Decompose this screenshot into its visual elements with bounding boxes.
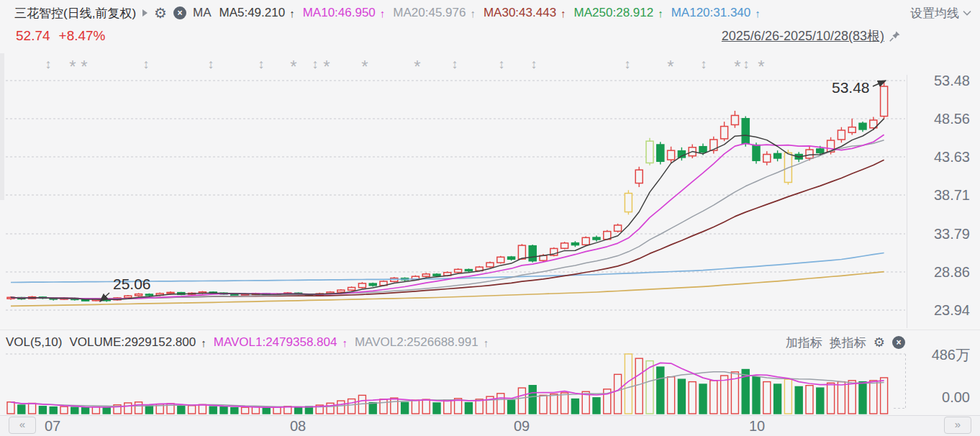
ma5-up-arrow: ↑ xyxy=(289,7,295,19)
ma10-up-arrow: ↑ xyxy=(380,7,386,19)
svg-text:*: * xyxy=(758,57,764,76)
caret-right-icon[interactable] xyxy=(142,9,148,17)
svg-text:↕: ↕ xyxy=(312,57,319,71)
month-label-09: 09 xyxy=(514,418,530,435)
scroll-right-button[interactable]: » xyxy=(944,417,971,434)
svg-text:*: * xyxy=(69,57,76,76)
symbol-title[interactable]: 三花智控(日线,前复权) xyxy=(14,5,136,22)
svg-text:↕: ↕ xyxy=(701,57,707,71)
chart-header: 三花智控(日线,前复权) ⚙ × MA MA5:49.210 ↑ MA10:46… xyxy=(14,3,971,23)
gear-icon[interactable]: ⚙ xyxy=(154,6,167,20)
volume-header: VOL(5,10) VOLUME:2929152.800 ↑ MAVOL1:24… xyxy=(6,334,905,351)
month-label-10: 10 xyxy=(749,418,765,435)
price-tick: 48.56 xyxy=(912,111,970,127)
ma250-up-arrow: ↑ xyxy=(658,7,663,19)
ma20-up-arrow: ↑ xyxy=(470,7,476,19)
svg-text:25.06: 25.06 xyxy=(113,276,151,292)
volume-tick: 0.00 xyxy=(912,389,970,406)
svg-text:↕: ↕ xyxy=(452,57,458,71)
price-row: 52.74 +8.47% 2025/6/26-2025/10/28(83根) xyxy=(16,27,901,45)
mavol2-value: MAVOL2:2526688.991 xyxy=(355,335,478,350)
ma-settings-label: 设置均线 xyxy=(910,5,959,22)
ma120-value: MA120:31.340 xyxy=(671,6,751,20)
price-tick: 43.63 xyxy=(912,149,970,165)
volume-tick: 486万 xyxy=(912,345,970,365)
svg-text:↕: ↕ xyxy=(258,57,265,71)
volume-up-arrow: ↑ xyxy=(201,337,207,349)
pin-icon[interactable] xyxy=(889,30,901,42)
volume-value: VOLUME:2929152.800 xyxy=(69,335,196,350)
svg-text:*: * xyxy=(323,57,330,76)
time-axis-bar xyxy=(0,415,980,436)
ma120-up-arrow: ↑ xyxy=(755,7,761,19)
ma250-value: MA250:28.912 xyxy=(574,6,654,20)
chevron-down-icon xyxy=(963,10,971,16)
svg-text:↕: ↕ xyxy=(143,57,150,71)
last-price: 52.74 xyxy=(16,28,50,44)
price-tick: 33.79 xyxy=(912,226,970,242)
price-tick: 28.86 xyxy=(912,264,970,281)
price-tick: 53.48 xyxy=(912,73,970,89)
close-icon[interactable]: × xyxy=(173,6,186,19)
svg-text:*: * xyxy=(81,57,87,76)
month-label-08: 08 xyxy=(290,418,306,435)
date-range[interactable]: 2025/6/26-2025/10/28(83根) xyxy=(722,27,884,45)
ma-group-label: MA xyxy=(193,6,212,20)
volume-close-icon[interactable]: × xyxy=(892,336,905,349)
ma30-up-arrow: ↑ xyxy=(561,7,566,19)
ma-settings-button[interactable]: 设置均线 xyxy=(910,5,971,22)
ma30-value: MA30:43.443 xyxy=(484,6,556,20)
svg-text:*: * xyxy=(414,57,420,76)
candlestick-chart[interactable]: ↕**↕↕↕*↕***↕↕↕↕*↕*↕*25.0653.48 xyxy=(0,0,980,436)
svg-text:↕: ↕ xyxy=(499,57,505,71)
ma10-value: MA10:46.950 xyxy=(303,6,376,20)
ma5-value: MA5:49.210 xyxy=(219,6,285,20)
svg-text:*: * xyxy=(734,57,740,76)
svg-text:*: * xyxy=(290,57,296,76)
svg-text:↕: ↕ xyxy=(45,57,52,71)
svg-text:*: * xyxy=(667,57,673,76)
svg-text:*: * xyxy=(361,57,368,76)
price-tick: 23.94 xyxy=(912,302,970,319)
switch-indicator-button[interactable]: 换指标 xyxy=(830,335,866,351)
add-indicator-button[interactable]: 加指标 xyxy=(786,335,822,351)
mavol1-up-arrow: ↑ xyxy=(342,337,348,349)
svg-text:53.48: 53.48 xyxy=(832,79,870,96)
svg-text:↕: ↕ xyxy=(208,57,214,71)
svg-text:↕: ↕ xyxy=(625,57,631,71)
svg-text:↕: ↕ xyxy=(743,57,750,71)
scroll-left-button[interactable]: « xyxy=(9,417,36,434)
month-label-07: 07 xyxy=(45,418,60,435)
change-percent: +8.47% xyxy=(59,28,106,44)
mavol2-up-arrow: ↑ xyxy=(484,337,489,349)
price-tick: 38.71 xyxy=(912,187,970,204)
volume-gear-icon[interactable]: ⚙ xyxy=(874,335,885,350)
ma20-value: MA20:45.976 xyxy=(393,6,466,20)
svg-text:↕: ↕ xyxy=(531,57,537,71)
vol-indicator-label: VOL(5,10) xyxy=(6,335,62,350)
mavol1-value: MAVOL1:2479358.804 xyxy=(214,335,337,350)
